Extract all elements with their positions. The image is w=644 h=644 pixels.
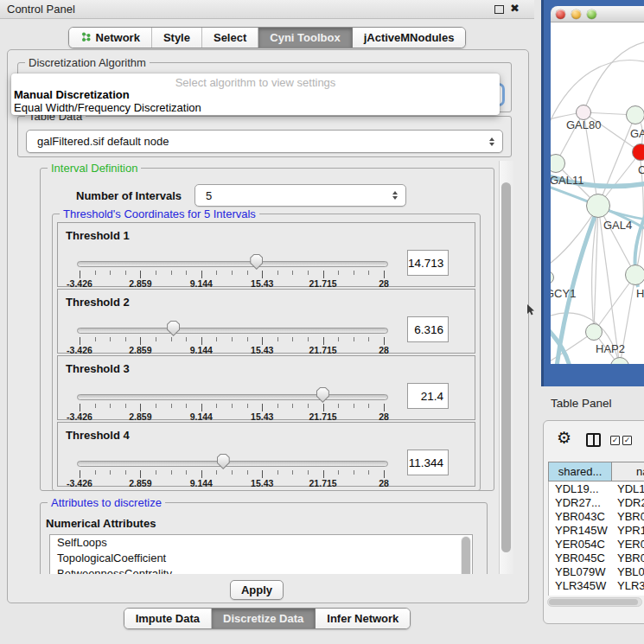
settings-scrollbar-thumb[interactable] — [501, 182, 511, 552]
tab-cyni-toolbox[interactable]: Cyni Toolbox — [258, 28, 352, 48]
attribute-item[interactable]: BetweennessCentrality — [50, 566, 472, 574]
tick — [232, 404, 233, 408]
tab-discretize-data[interactable]: Discretize Data — [212, 609, 316, 628]
tab-label: Infer Network — [327, 612, 399, 625]
table-body[interactable]: YDL19...YDL1YDR27...YDR2YBR043CYBR0YPR14… — [548, 481, 644, 596]
algorithm-option-list: Manual DiscretizationEqual Width/Frequen… — [11, 88, 500, 114]
threshold-value-field[interactable]: 11.344 — [407, 450, 449, 475]
table-row[interactable]: YPR145WYPR1 — [549, 523, 644, 537]
table-cell: YLR345W — [549, 579, 613, 592]
tick — [308, 404, 309, 408]
tick — [262, 337, 263, 345]
tick-label: -3.426 — [67, 411, 92, 422]
tick — [277, 404, 278, 408]
tab-impute-data[interactable]: Impute Data — [124, 609, 212, 628]
tick — [110, 404, 111, 408]
network-node[interactable] — [626, 105, 644, 124]
node-label: GA — [630, 127, 644, 140]
network-node[interactable] — [625, 265, 644, 285]
column-header[interactable]: shared... — [548, 462, 612, 481]
tick — [95, 337, 96, 341]
table-row[interactable]: YLR345WYLR3 — [549, 578, 644, 592]
node-label: H — [636, 287, 644, 300]
slider-thumb[interactable] — [167, 321, 180, 336]
slider-thumb[interactable] — [217, 454, 230, 469]
gear-icon[interactable]: ⚙ — [557, 430, 571, 446]
slider-ticks — [80, 404, 384, 411]
apply-button[interactable]: Apply — [230, 580, 284, 600]
table-data-combobox[interactable]: galFiltered.sif default node — [26, 130, 503, 153]
threshold-value-field[interactable]: 14.713 — [407, 250, 449, 276]
network-canvas[interactable]: GAL80GACGAL11GAL4GCY1HHAP2 — [551, 22, 644, 364]
algorithm-option[interactable]: Equal Width/Frequency Discretization — [11, 101, 500, 114]
tick — [140, 404, 141, 411]
attribute-item[interactable]: SelfLoops — [50, 535, 472, 551]
attributes-scrollbar[interactable] — [461, 536, 471, 574]
number-of-intervals-value: 5 — [206, 189, 212, 202]
network-node[interactable] — [585, 323, 603, 341]
minimize-traffic-light[interactable] — [571, 10, 581, 19]
tick-label: 28 — [379, 411, 389, 422]
threshold-value-field[interactable]: 21.4 — [407, 383, 449, 409]
slider-track[interactable] — [77, 394, 388, 400]
tick — [80, 470, 80, 478]
tick — [292, 271, 293, 275]
checkbox-icon[interactable]: ✓ — [610, 436, 620, 445]
slider-thumb[interactable] — [250, 254, 263, 270]
tick — [354, 404, 354, 408]
tick — [125, 404, 126, 408]
tab-jactivemnodules[interactable]: jActiveMNodules — [353, 28, 466, 48]
table-row[interactable]: YBR045CYBR0 — [549, 551, 644, 564]
tab-network[interactable]: Network — [69, 28, 152, 48]
column-header[interactable]: na — [612, 462, 644, 481]
threshold-panel: Threshold 4-3.4262.8599.14415.4321.71528… — [57, 422, 475, 487]
tab-style[interactable]: Style — [152, 28, 202, 48]
table-row[interactable]: YDL19...YDL1 — [549, 481, 644, 495]
mouse-cursor — [527, 304, 535, 316]
table-row[interactable]: YBR043CYBR0 — [549, 509, 644, 523]
numerical-attributes-list[interactable]: SelfLoopsTopologicalCoefficientBetweenne… — [49, 534, 473, 574]
tick-labels: -3.4262.8599.14415.4321.71528 — [80, 278, 384, 288]
slider-track[interactable] — [77, 461, 388, 467]
table-scrollbar-thumb[interactable] — [549, 599, 638, 605]
tick — [384, 470, 385, 478]
tab-select[interactable]: Select — [202, 28, 258, 48]
table-horizontal-scrollbar[interactable] — [547, 597, 642, 607]
tick — [354, 470, 354, 475]
table-row[interactable]: YER054CYER0 — [549, 537, 644, 551]
table-row[interactable]: YDR27...YDR2 — [549, 495, 644, 509]
threshold-value-field[interactable]: 6.316 — [407, 316, 449, 342]
slider-thumb[interactable] — [316, 387, 329, 403]
tick — [277, 470, 278, 475]
slider-track[interactable] — [77, 328, 388, 334]
attributes-scrollbar-thumb[interactable] — [462, 537, 470, 574]
table-row[interactable]: YBL079WYBL0 — [549, 564, 644, 578]
algorithm-option[interactable]: Manual Discretization — [11, 88, 500, 101]
table-row[interactable]: YIL052CYIL0 — [549, 592, 644, 596]
columns-icon[interactable] — [586, 433, 601, 447]
close-icon[interactable]: ✖ — [510, 2, 520, 15]
table-cell: YDR27... — [549, 496, 613, 509]
close-traffic-light[interactable] — [556, 10, 565, 19]
tick-label: 15.43 — [251, 411, 273, 422]
threshold-panels: Threshold 1-3.4262.8599.14415.4321.71528… — [57, 222, 475, 488]
slider-track[interactable] — [77, 261, 388, 267]
zoom-traffic-light[interactable] — [587, 10, 596, 19]
network-node[interactable] — [586, 194, 610, 218]
tab-label: Discretize Data — [223, 612, 303, 625]
tab-infer-network[interactable]: Infer Network — [316, 609, 410, 628]
network-window-titlebar — [551, 6, 644, 22]
threshold-panel: Threshold 1-3.4262.8599.14415.4321.71528… — [57, 222, 475, 287]
tick — [384, 271, 385, 278]
float-window-icon[interactable] — [494, 5, 504, 14]
table-cell: YER0 — [613, 538, 644, 551]
checkbox-icon[interactable]: ✓ — [622, 436, 632, 445]
network-node[interactable] — [632, 143, 644, 161]
numerical-attributes-label: Numerical Attributes — [46, 517, 156, 530]
number-of-intervals-combobox[interactable]: 5 — [194, 184, 406, 207]
attribute-item[interactable]: TopologicalCoefficient — [50, 551, 472, 566]
table-panel-title: Table Panel — [551, 397, 612, 410]
tick — [140, 337, 141, 345]
window-title: Control Panel — [7, 3, 75, 16]
top-tabs: NetworkStyleSelectCyni ToolboxjActiveMNo… — [68, 27, 467, 48]
